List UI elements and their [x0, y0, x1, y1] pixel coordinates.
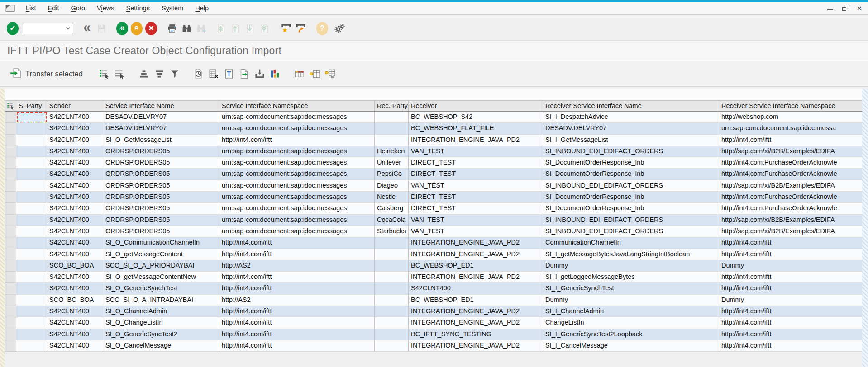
filter-button[interactable]	[167, 65, 182, 83]
cell-receiver_service_interface_namespace[interactable]: http://int4.com/iftt	[719, 340, 862, 352]
cell-service_interface_namespace[interactable]: urn:sap-com:document:sap:idoc:messages	[219, 146, 375, 157]
cell-receiver[interactable]: BC_WEBSHOP_S42	[409, 112, 543, 123]
cell-receiver_service_interface_name[interactable]: SI_I_CancelMessage	[543, 340, 719, 352]
cell-sender[interactable]: S42CLNT400	[47, 340, 103, 352]
back-button[interactable]: «	[115, 20, 129, 37]
cell-rec_party[interactable]: Calsberg	[375, 203, 409, 214]
cell-receiver_service_interface_name[interactable]: Dummy	[543, 260, 719, 272]
cell-service_interface_name[interactable]: ORDRSP.ORDERS05	[103, 146, 219, 157]
row-selector[interactable]	[5, 203, 16, 214]
cell-service_interface_name[interactable]: ORDRSP.ORDERS05	[103, 169, 219, 180]
cell-service_interface_name[interactable]: DESADV.DELVRY07	[103, 123, 219, 134]
cell-receiver[interactable]: VAN_TEST	[409, 180, 543, 192]
menu-item-edit[interactable]: Edit	[42, 5, 65, 12]
save-layout-button[interactable]	[323, 65, 338, 83]
column-header-service_interface_namespace[interactable]: Service Interface Namespace	[219, 101, 375, 111]
cell-receiver[interactable]: INTEGRATION_ENGINE_JAVA_PD2	[409, 317, 543, 329]
row-selector[interactable]	[5, 237, 16, 249]
cell-sender[interactable]: S42CLNT400	[47, 237, 103, 249]
cell-receiver_service_interface_namespace[interactable]: http://int4.com/iftt	[719, 283, 862, 294]
new-session-button[interactable]	[279, 20, 293, 37]
cell-service_interface_namespace[interactable]: urn:sap-com:document:sap:idoc:messages	[219, 157, 375, 169]
cell-rec_party[interactable]	[375, 237, 409, 249]
cell-receiver_service_interface_namespace[interactable]: http://int4.com/iftt	[719, 306, 862, 317]
cell-service_interface_name[interactable]: SI_O_ChannelAdmin	[103, 306, 219, 317]
cell-rec_party[interactable]	[375, 272, 409, 283]
collapse-toolbar-button[interactable]: «	[80, 20, 94, 37]
cell-receiver_service_interface_name[interactable]: SI_DocumentOrderResponse_Inb	[543, 203, 719, 214]
cell-s_party[interactable]	[16, 180, 47, 192]
cell-service_interface_name[interactable]: SI_O_CommunicationChannelIn	[103, 237, 219, 249]
cell-receiver_service_interface_name[interactable]: SI_INBOUND_EDI_EDIFACT_ORDERS	[543, 146, 719, 157]
row-selector[interactable]	[5, 226, 16, 237]
cell-receiver[interactable]: BC_IFTT_SYNC_TESTING	[409, 329, 543, 340]
cell-rec_party[interactable]: Heineken	[375, 146, 409, 157]
cell-receiver[interactable]: INTEGRATION_ENGINE_JAVA_PD2	[409, 249, 543, 260]
select-all-button[interactable]	[96, 65, 112, 83]
cell-s_party[interactable]	[16, 260, 47, 272]
cell-rec_party[interactable]	[375, 260, 409, 272]
cell-sender[interactable]: S42CLNT400	[47, 203, 103, 214]
cell-rec_party[interactable]	[375, 249, 409, 260]
command-input[interactable]	[23, 23, 63, 34]
cell-receiver_service_interface_name[interactable]: SI_I_GenericSyncTest2Loopback	[543, 329, 719, 340]
cell-service_interface_namespace[interactable]: urn:sap-com:document:sap:idoc:messages	[219, 203, 375, 214]
cell-sender[interactable]: S42CLNT400	[47, 112, 103, 123]
cell-service_interface_name[interactable]: DESADV.DELVRY07	[103, 112, 219, 123]
cell-sender[interactable]: S42CLNT400	[47, 272, 103, 283]
create-shortcut-button[interactable]	[293, 20, 308, 37]
cell-s_party[interactable]	[16, 226, 47, 237]
cell-receiver_service_interface_name[interactable]: SI_INBOUND_EDI_EDIFACT_ORDERS	[543, 180, 719, 192]
cell-sender[interactable]: S42CLNT400	[47, 192, 103, 203]
cell-service_interface_namespace[interactable]: http://AS2	[219, 260, 375, 272]
cell-rec_party[interactable]: Starbucks	[375, 226, 409, 237]
cell-sender[interactable]: S42CLNT400	[47, 249, 103, 260]
cell-receiver[interactable]: DIRECT_TEST	[409, 203, 543, 214]
cell-service_interface_name[interactable]: ORDRSP.ORDERS05	[103, 203, 219, 214]
row-selector[interactable]	[5, 306, 16, 317]
cell-sender[interactable]: S42CLNT400	[47, 329, 103, 340]
cell-receiver_service_interface_namespace[interactable]: http://webshop.com	[719, 112, 862, 123]
cell-service_interface_name[interactable]: SI_O_GetMessageList	[103, 135, 219, 146]
cell-receiver[interactable]: VAN_TEST	[409, 146, 543, 157]
menu-item-settings[interactable]: Settings	[120, 5, 155, 12]
row-selector[interactable]	[5, 157, 16, 169]
row-selector[interactable]	[5, 272, 16, 283]
find-next-button[interactable]	[194, 20, 208, 37]
cell-service_interface_name[interactable]: ORDRSP.ORDERS05	[103, 157, 219, 169]
cell-receiver_service_interface_namespace[interactable]: http://int4.com:PurchaseOrderAcknowle	[719, 203, 862, 214]
cell-s_party[interactable]	[16, 112, 47, 123]
cell-receiver_service_interface_name[interactable]: SI_DocumentOrderResponse_Inb	[543, 169, 719, 180]
cell-service_interface_namespace[interactable]: urn:sap-com:document:sap:idoc:messages	[219, 215, 375, 226]
cell-rec_party[interactable]	[375, 329, 409, 340]
cell-rec_party[interactable]: PepsiCo	[375, 169, 409, 180]
cell-service_interface_name[interactable]: SI_O_GenericSynchTest	[103, 283, 219, 294]
cell-rec_party[interactable]	[375, 306, 409, 317]
sort-ascending-button[interactable]	[136, 65, 152, 83]
cell-sender[interactable]: S42CLNT400	[47, 169, 103, 180]
cell-receiver_service_interface_name[interactable]: SI_I_DespatchAdvice	[543, 112, 719, 123]
cell-s_party[interactable]	[16, 215, 47, 226]
cell-receiver_service_interface_namespace[interactable]: urn:sap-com:document:sap:idoc:messa	[719, 123, 862, 134]
cell-rec_party[interactable]	[375, 295, 409, 306]
row-selector[interactable]	[5, 112, 16, 123]
page-down-button[interactable]	[243, 20, 257, 37]
cell-receiver[interactable]: BC_WEBSHOP_ED1	[409, 295, 543, 306]
cell-receiver[interactable]: DIRECT_TEST	[409, 169, 543, 180]
cell-service_interface_namespace[interactable]: http://AS2	[219, 295, 375, 306]
cell-receiver_service_interface_namespace[interactable]: http://int4.com/iftt	[719, 317, 862, 329]
cell-s_party[interactable]	[16, 237, 47, 249]
cell-s_party[interactable]	[16, 317, 47, 329]
first-page-button[interactable]	[214, 20, 228, 37]
cell-receiver_service_interface_name[interactable]: SI_I_GenericSynchTest	[543, 283, 719, 294]
cell-sender[interactable]: S42CLNT400	[47, 306, 103, 317]
cell-rec_party[interactable]: CocaCola	[375, 215, 409, 226]
cell-service_interface_namespace[interactable]: urn:sap-com:document:sap:idoc:messages	[219, 112, 375, 123]
cancel-button[interactable]: ×	[144, 20, 158, 37]
cell-service_interface_name[interactable]: SI_O_ChangeListIn	[103, 317, 219, 329]
row-selector[interactable]	[5, 180, 16, 192]
cell-receiver[interactable]: INTEGRATION_ENGINE_JAVA_PD2	[409, 340, 543, 352]
customize-layout-button[interactable]	[332, 20, 347, 37]
cell-service_interface_namespace[interactable]: http://int4.com/iftt	[219, 329, 375, 340]
row-selector[interactable]	[5, 317, 16, 329]
